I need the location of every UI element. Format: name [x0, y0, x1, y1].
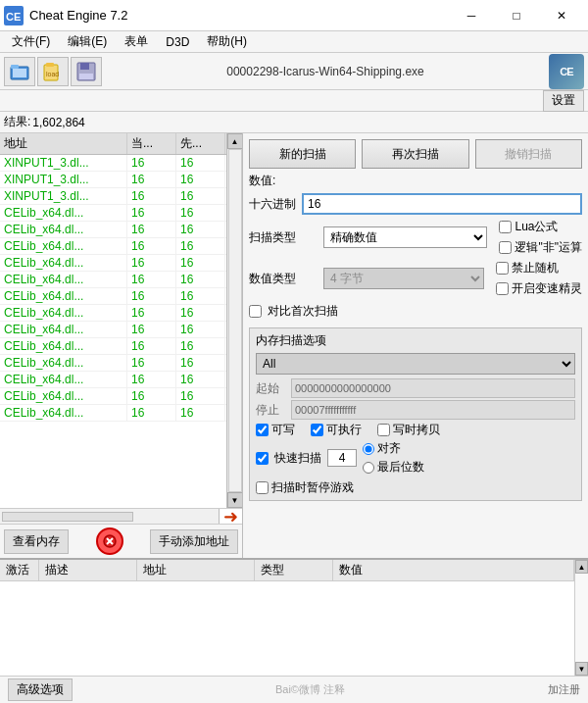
align-radio[interactable]	[363, 443, 374, 455]
left-panel: 地址 当... 先... XINPUT1_3.dl...1616XINPUT1_…	[0, 133, 243, 558]
compare-first-checkbox[interactable]	[249, 305, 262, 318]
logic-not-row: 逻辑"非"运算	[499, 239, 582, 256]
settings-button[interactable]: 设置	[543, 90, 584, 112]
address-table-header: 地址 当... 先...	[0, 133, 226, 155]
compare-first-label: 对比首次扫描	[268, 303, 338, 320]
address-row[interactable]: CELib_x64.dl...1616	[0, 272, 226, 288]
address-row[interactable]: CELib_x64.dl...1616	[0, 388, 226, 405]
scroll-track[interactable]	[228, 149, 242, 492]
executable-checkbox[interactable]	[311, 424, 323, 436]
menu-table[interactable]: 表单	[117, 31, 156, 52]
cheat-rows	[0, 581, 574, 676]
logic-not-checkbox[interactable]	[499, 241, 512, 254]
menu-edit[interactable]: 编辑(E)	[60, 31, 115, 52]
minimize-button[interactable]: ─	[449, 0, 494, 31]
address-row[interactable]: CELib_x64.dl...1616	[0, 305, 226, 322]
writable-row: 可写	[256, 422, 295, 438]
menu-bar: 文件(F) 编辑(E) 表单 D3D 帮助(H)	[0, 31, 588, 53]
address-row[interactable]: CELib_x64.dl...1616	[0, 255, 226, 272]
copy-on-write-checkbox[interactable]	[377, 424, 390, 436]
memory-range-select[interactable]: All	[256, 353, 575, 375]
no-random-checkbox[interactable]	[496, 262, 509, 275]
address-row[interactable]: CELib_x64.dl...1616	[0, 205, 226, 222]
address-row[interactable]: CELib_x64.dl...1616	[0, 222, 226, 238]
data-type-select[interactable]: 4 字节	[323, 268, 484, 289]
save-button[interactable]	[71, 57, 102, 86]
speed-wizard-checkbox[interactable]	[496, 282, 509, 295]
results-bar: 结果: 1,602,864	[0, 112, 588, 133]
lua-formula-label: Lua公式	[514, 219, 558, 235]
start-addr-input[interactable]	[291, 378, 575, 398]
redirect-arrow[interactable]: ➜	[220, 509, 242, 524]
address-rows: XINPUT1_3.dl...1616XINPUT1_3.dl...1616XI…	[0, 155, 226, 508]
next-scan-button[interactable]: 再次扫描	[362, 139, 468, 169]
address-row[interactable]: CELib_x64.dl...1616	[0, 238, 226, 255]
new-scan-button[interactable]: 新的扫描	[249, 139, 356, 169]
address-row[interactable]: XINPUT1_3.dl...1616	[0, 188, 226, 205]
menu-file[interactable]: 文件(F)	[4, 31, 58, 52]
pause-game-checkbox[interactable]	[256, 481, 269, 494]
align-label: 对齐	[377, 440, 401, 457]
menu-help[interactable]: 帮助(H)	[199, 31, 255, 52]
process-title: 00002298-Icarus-Win64-Shipping.exe	[104, 65, 547, 78]
main-content: 设置 结果: 1,602,864 地址 当... 先... XINPUT1_3.…	[0, 90, 588, 703]
stop-addr-input[interactable]	[291, 400, 575, 420]
fast-scan-input[interactable]	[327, 449, 357, 467]
stop-label: 停止	[256, 402, 285, 419]
open-process-button[interactable]	[4, 57, 35, 86]
value-input[interactable]	[302, 193, 582, 215]
last-digit-radio[interactable]	[363, 462, 374, 474]
scroll-up-arrow[interactable]: ▲	[227, 133, 243, 149]
view-memory-button[interactable]: 查看内存	[4, 529, 69, 554]
address-row[interactable]: CELib_x64.dl...1616	[0, 405, 226, 422]
cheat-scroll-up[interactable]: ▲	[575, 560, 588, 574]
writable-checkbox[interactable]	[256, 424, 269, 436]
header-value: 数值	[333, 560, 574, 580]
fast-scan-checkbox[interactable]	[256, 452, 269, 465]
no-random-label: 禁止随机	[512, 260, 559, 276]
logic-not-label: 逻辑"非"运算	[514, 239, 582, 256]
svg-text:CE: CE	[6, 11, 21, 23]
header-type: 类型	[255, 560, 333, 580]
undo-scan-button[interactable]: 撤销扫描	[475, 139, 582, 169]
cheat-scroll-down[interactable]: ▼	[575, 662, 588, 676]
maximize-button[interactable]: □	[494, 0, 539, 31]
address-row[interactable]: XINPUT1_3.dl...1616	[0, 155, 226, 172]
close-button[interactable]: ✕	[539, 0, 584, 31]
cheat-table-area: 激活 描述 地址 类型 数值 ▲ ▼	[0, 558, 588, 676]
right-panel: 新的扫描 再次扫描 撤销扫描 数值: 十六进制 扫描类型 精确数值	[243, 133, 588, 558]
footer: 高级选项 Bai©微博 注释 加注册	[0, 676, 588, 703]
address-row[interactable]: CELib_x64.dl...1616	[0, 288, 226, 305]
scan-type-select[interactable]: 精确数值	[323, 226, 487, 248]
value-label-row: 数值:	[249, 173, 582, 189]
address-scrollbar[interactable]: ▲ ▼	[226, 133, 242, 508]
executable-label: 可执行	[326, 422, 362, 438]
split-area: 地址 当... 先... XINPUT1_3.dl...1616XINPUT1_…	[0, 133, 588, 558]
manual-add-button[interactable]: 手动添加地址	[150, 529, 238, 554]
start-label: 起始	[256, 380, 285, 397]
header-previous: 先...	[176, 133, 225, 154]
scan-buttons: 新的扫描 再次扫描 撤销扫描	[249, 139, 582, 169]
address-row[interactable]: CELib_x64.dl...1616	[0, 372, 226, 388]
svg-rect-4	[13, 69, 26, 77]
copy-on-write-row: 写时拷贝	[377, 422, 440, 438]
advanced-options-button[interactable]: 高级选项	[8, 678, 73, 701]
address-row[interactable]: CELib_x64.dl...1616	[0, 355, 226, 372]
watermark: Bai©微博 注释	[275, 682, 345, 697]
stop-button[interactable]	[96, 527, 123, 555]
action-row: 查看内存 手动添加地址	[0, 524, 242, 558]
hex-label: 十六进制	[249, 196, 296, 213]
align-row: 对齐	[363, 440, 424, 457]
address-row[interactable]: CELib_x64.dl...1616	[0, 338, 226, 355]
right-checkboxes-2: 禁止随机 开启变速精灵	[496, 260, 582, 297]
executable-row: 可执行	[311, 422, 362, 438]
address-row[interactable]: CELib_x64.dl...1616	[0, 322, 226, 338]
address-row[interactable]: XINPUT1_3.dl...1616	[0, 172, 226, 188]
app-icon: CE	[4, 6, 24, 25]
header-current: 当...	[127, 133, 176, 154]
menu-d3d[interactable]: D3D	[158, 33, 197, 51]
load-button[interactable]: load	[37, 57, 69, 86]
pause-game-label: 扫描时暂停游戏	[271, 479, 354, 496]
svg-rect-10	[79, 74, 93, 79]
lua-formula-checkbox[interactable]	[499, 221, 512, 233]
